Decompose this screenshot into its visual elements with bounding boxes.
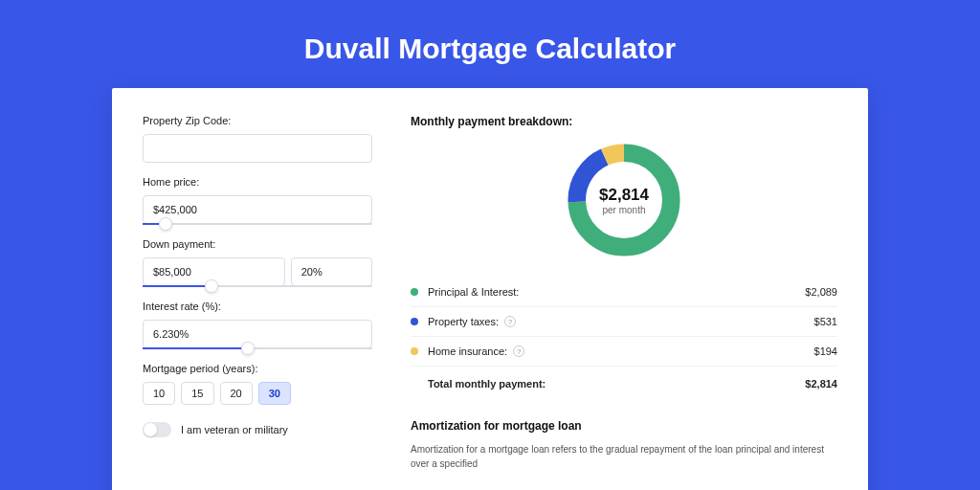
legend-value: $2,089 bbox=[805, 286, 837, 298]
info-icon[interactable]: ? bbox=[513, 345, 524, 357]
legend-dot bbox=[411, 318, 418, 325]
period-option-10[interactable]: 10 bbox=[143, 382, 175, 405]
period-options: 10152030 bbox=[143, 382, 372, 405]
military-toggle[interactable] bbox=[143, 422, 171, 437]
legend-dot bbox=[411, 347, 418, 355]
payment-donut-chart: $2,814 per month bbox=[562, 138, 686, 262]
page-title: Duvall Mortgage Calculator bbox=[0, 0, 980, 88]
legend-total-label: Total monthly payment: bbox=[428, 378, 805, 390]
period-label: Mortgage period (years): bbox=[143, 363, 372, 374]
zip-input[interactable] bbox=[143, 134, 372, 163]
legend-row: Home insurance:?$194 bbox=[411, 337, 837, 367]
down-payment-label: Down payment: bbox=[143, 238, 372, 250]
down-payment-slider[interactable] bbox=[143, 285, 372, 287]
legend-total-row: Total monthly payment:$2,814 bbox=[411, 367, 837, 398]
home-price-input[interactable] bbox=[143, 195, 372, 224]
legend-label: Property taxes:? bbox=[428, 316, 814, 327]
military-label: I am veteran or military bbox=[181, 424, 288, 435]
info-icon[interactable]: ? bbox=[504, 316, 516, 327]
toggle-knob bbox=[144, 423, 157, 436]
legend-row: Principal & Interest:$2,089 bbox=[411, 278, 837, 307]
period-option-15[interactable]: 15 bbox=[181, 382, 213, 405]
home-price-label: Home price: bbox=[143, 176, 372, 188]
period-option-20[interactable]: 20 bbox=[220, 382, 253, 405]
legend-total-value: $2,814 bbox=[805, 378, 837, 390]
calculator-card: Property Zip Code: Home price: Down paym… bbox=[112, 88, 868, 490]
breakdown-legend: Principal & Interest:$2,089Property taxe… bbox=[411, 278, 837, 398]
donut-amount: $2,814 bbox=[599, 186, 649, 205]
slider-thumb[interactable] bbox=[159, 217, 172, 231]
slider-thumb[interactable] bbox=[205, 279, 218, 293]
amortization-body: Amortization for a mortgage loan refers … bbox=[411, 442, 837, 471]
slider-thumb[interactable] bbox=[241, 342, 255, 355]
form-panel: Property Zip Code: Home price: Down paym… bbox=[143, 115, 372, 471]
interest-label: Interest rate (%): bbox=[143, 301, 372, 312]
donut-sub: per month bbox=[602, 205, 645, 215]
legend-value: $531 bbox=[814, 316, 837, 327]
amortization-title: Amortization for mortgage loan bbox=[411, 419, 837, 433]
legend-row: Property taxes:?$531 bbox=[411, 307, 837, 337]
legend-value: $194 bbox=[814, 345, 837, 357]
down-payment-pct-input[interactable] bbox=[291, 257, 372, 286]
zip-label: Property Zip Code: bbox=[143, 115, 372, 126]
breakdown-title: Monthly payment breakdown: bbox=[411, 115, 837, 128]
amortization-section: Amortization for mortgage loan Amortizat… bbox=[411, 419, 837, 471]
interest-input[interactable] bbox=[143, 320, 372, 348]
results-panel: Monthly payment breakdown: $2,814 per mo… bbox=[411, 115, 837, 471]
legend-dot bbox=[411, 288, 418, 296]
period-option-30[interactable]: 30 bbox=[258, 382, 291, 405]
home-price-slider[interactable] bbox=[143, 223, 372, 225]
legend-label: Principal & Interest: bbox=[428, 286, 805, 298]
interest-slider[interactable] bbox=[143, 347, 372, 349]
legend-label: Home insurance:? bbox=[428, 345, 814, 357]
